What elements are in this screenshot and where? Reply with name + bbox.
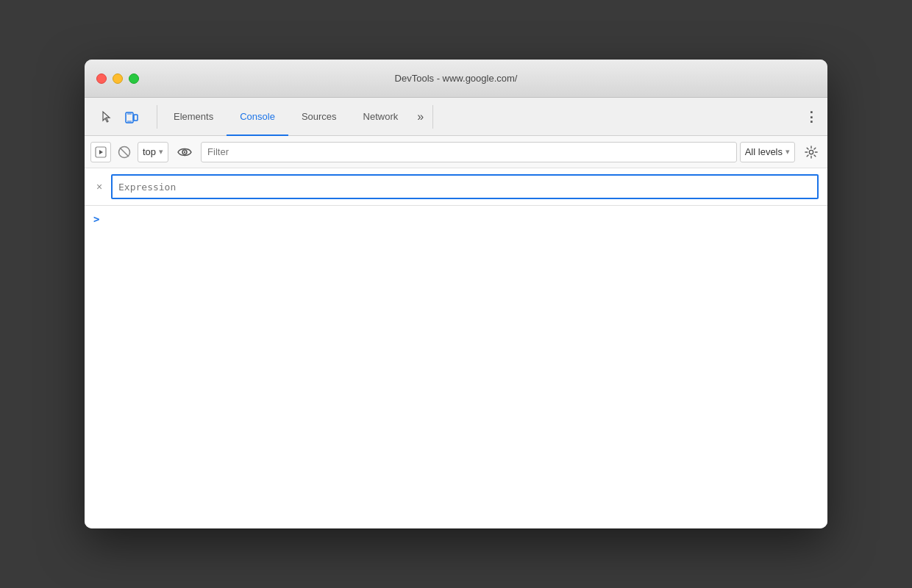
context-selector[interactable]: top ▾ — [138, 142, 168, 162]
tab-divider-2 — [432, 105, 433, 129]
tab-divider-1 — [157, 105, 157, 129]
expression-area: × — [85, 168, 827, 206]
close-button[interactable] — [96, 74, 107, 84]
tab-sources[interactable]: Sources — [288, 98, 350, 136]
tab-elements[interactable]: Elements — [160, 98, 227, 136]
window-title: DevTools - www.google.com/ — [395, 73, 518, 84]
clear-console-button[interactable] — [114, 142, 135, 162]
settings-button[interactable] — [801, 142, 822, 162]
minimize-button[interactable] — [113, 74, 123, 84]
more-tabs-button[interactable]: » — [411, 110, 430, 123]
maximize-button[interactable] — [129, 74, 139, 84]
tab-bar: Elements Console Sources Network » ⋮ — [85, 98, 827, 136]
devtools-window: DevTools - www.google.com/ Elements — [85, 60, 827, 528]
console-prompt-area: > — [85, 206, 827, 231]
traffic-lights — [96, 74, 139, 84]
device-toggle-button[interactable] — [121, 107, 142, 127]
svg-line-7 — [120, 148, 129, 157]
svg-point-9 — [184, 151, 185, 152]
tab-end: ⋮ — [801, 107, 822, 127]
title-bar: DevTools - www.google.com/ — [85, 60, 827, 98]
cursor-icon-button[interactable] — [96, 107, 117, 127]
kebab-menu-button[interactable]: ⋮ — [801, 107, 822, 127]
filter-input[interactable] — [201, 142, 737, 162]
tab-console[interactable]: Console — [227, 98, 288, 136]
run-script-button[interactable] — [90, 142, 111, 162]
levels-selector[interactable]: All levels ▾ — [740, 142, 795, 162]
prompt-symbol: > — [93, 213, 99, 225]
expression-input[interactable] — [111, 174, 819, 199]
expression-close-button[interactable]: × — [93, 181, 105, 193]
svg-marker-5 — [99, 150, 103, 154]
console-content: × > — [85, 168, 827, 528]
svg-rect-1 — [134, 115, 138, 121]
svg-point-10 — [809, 150, 813, 154]
tab-icons — [90, 107, 148, 127]
console-toolbar: top ▾ All levels ▾ — [85, 136, 827, 168]
eye-button[interactable] — [174, 142, 195, 162]
tab-network[interactable]: Network — [350, 98, 412, 136]
